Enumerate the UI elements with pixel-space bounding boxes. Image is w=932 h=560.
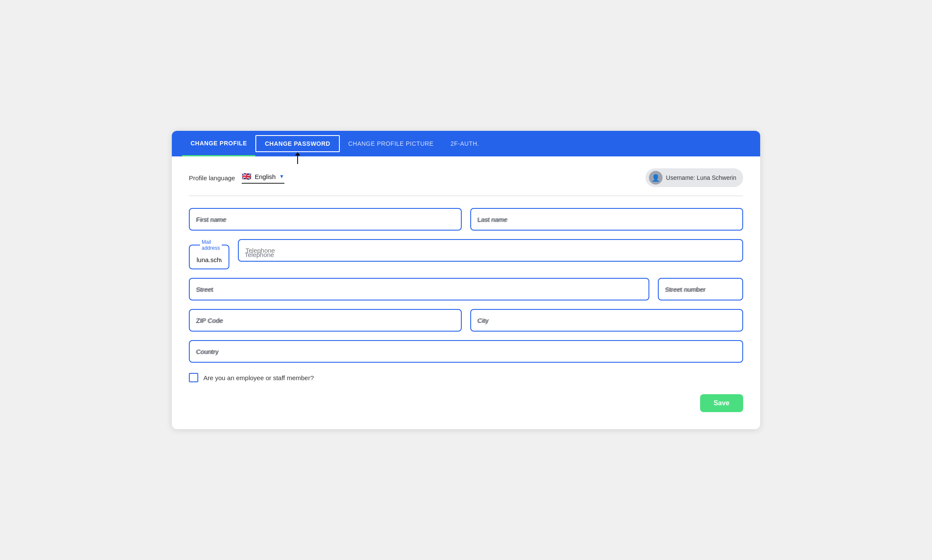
- last-name-input[interactable]: [470, 208, 743, 231]
- form-row-street: Street Street number: [189, 278, 743, 300]
- employee-checkbox-row: Are you an employee or staff member?: [189, 373, 743, 382]
- arrow-head-icon: [295, 152, 300, 156]
- city-field: City: [470, 309, 743, 332]
- nav-change-password-label: CHANGE PASSWORD: [265, 140, 330, 147]
- city-input[interactable]: [470, 309, 743, 332]
- arrow-indicator: [295, 152, 300, 164]
- nav-change-password[interactable]: CHANGE PASSWORD: [255, 135, 339, 152]
- country-input[interactable]: [189, 340, 743, 363]
- nav-change-profile-picture-label: CHANGE PROFILE PICTURE: [348, 140, 434, 147]
- language-select[interactable]: 🇬🇧 English ▼: [242, 172, 284, 184]
- nav-change-profile-picture[interactable]: CHANGE PROFILE PICTURE: [340, 131, 442, 156]
- telephone-input[interactable]: [238, 239, 743, 262]
- profile-lang-row: Profile language 🇬🇧 English ▼ 👤 Username…: [189, 168, 743, 187]
- nav-2f-auth-label: 2F-AUTH.: [451, 140, 479, 147]
- form-row-zip-city: ZIP Code City: [189, 309, 743, 332]
- language-text: English: [255, 173, 275, 180]
- page-container: CHANGE PROFILE CHANGE PASSWORD CHANGE PR…: [172, 131, 760, 429]
- form-row-country: Country: [189, 340, 743, 363]
- content-area: Profile language 🇬🇧 English ▼ 👤 Username…: [172, 156, 760, 429]
- nav-bar: CHANGE PROFILE CHANGE PASSWORD CHANGE PR…: [172, 131, 760, 156]
- mail-fieldset: Mail address: [189, 239, 229, 269]
- profile-language-label: Profile language: [189, 174, 235, 182]
- first-name-input[interactable]: [189, 208, 462, 231]
- first-name-field: First name: [189, 208, 462, 231]
- street-field: Street: [189, 278, 649, 300]
- mail-address-field: Mail address: [189, 239, 229, 269]
- nav-change-profile[interactable]: CHANGE PROFILE: [182, 131, 255, 156]
- avatar: 👤: [649, 171, 663, 185]
- employee-checkbox-label: Are you an employee or staff member?: [203, 374, 314, 381]
- country-field: Country: [189, 340, 743, 363]
- form-row-names: First name Last name: [189, 208, 743, 231]
- street-input[interactable]: [189, 278, 649, 300]
- form: First name Last name Mail address T: [189, 208, 743, 412]
- save-row: Save: [189, 394, 743, 412]
- avatar-icon: 👤: [651, 174, 660, 182]
- chevron-down-icon: ▼: [279, 173, 284, 179]
- form-row-contact: Mail address Telephone: [189, 239, 743, 269]
- zip-code-input[interactable]: [189, 309, 462, 332]
- save-button[interactable]: Save: [700, 394, 743, 412]
- mail-address-input[interactable]: [197, 255, 222, 264]
- zip-code-field: ZIP Code: [189, 309, 462, 332]
- username-badge: 👤 Username: Luna Schwerin: [645, 168, 743, 187]
- nav-2f-auth[interactable]: 2F-AUTH.: [442, 131, 488, 156]
- lang-left: Profile language 🇬🇧 English ▼: [189, 172, 284, 184]
- employee-checkbox[interactable]: [189, 373, 198, 382]
- street-number-input[interactable]: [658, 278, 743, 300]
- divider: [189, 196, 743, 196]
- mail-address-legend: Mail address: [200, 239, 222, 251]
- nav-change-profile-label: CHANGE PROFILE: [191, 140, 247, 147]
- arrow-shaft-icon: [297, 156, 298, 164]
- flag-icon: 🇬🇧: [242, 172, 251, 181]
- username-text: Username: Luna Schwerin: [666, 174, 736, 181]
- last-name-field: Last name: [470, 208, 743, 231]
- street-number-field: Street number: [658, 278, 743, 300]
- telephone-field: Telephone: [238, 239, 743, 269]
